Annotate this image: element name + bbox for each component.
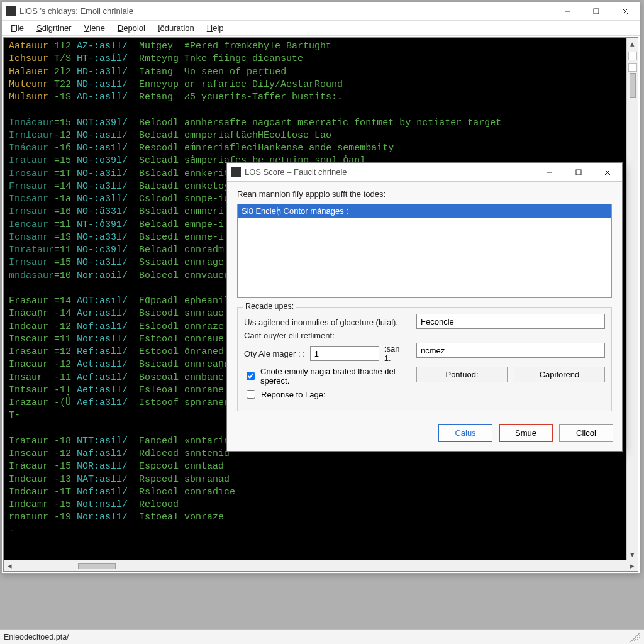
clicol-button[interactable]: Clicol [559,424,613,442]
menu-iōduration[interactable]: Iōduration [153,22,199,34]
close-button[interactable] [611,2,640,20]
capiforend-button[interactable]: Capiforend [514,367,605,382]
checkbox-emoily-label: Cnote emoily nagia brated lhache del spe… [260,367,408,386]
maximize-button[interactable] [582,2,611,20]
pontuod-button[interactable]: Pontuod: [416,367,508,382]
checkbox-reponse-input[interactable] [247,390,255,399]
scroll-mark [628,63,637,72]
checkbox-emoily[interactable]: Cnote emoily nagia brated lhache del spe… [244,367,408,386]
horizontal-scrollbar[interactable]: ◂ ▸ [4,560,638,571]
ncmez-input[interactable] [416,343,605,358]
dialog-title: LOS Score – Fauclt chrinele [245,167,535,177]
svg-rect-5 [576,170,581,175]
menu-vlene[interactable]: Vlene [79,22,110,34]
checkbox-reponse[interactable]: Reponse to Ŀage: [244,388,408,401]
dialog-close-button[interactable] [593,163,622,181]
menu-help[interactable]: Help [202,22,229,34]
vertical-scrollbar[interactable]: ▴ ▾ [626,38,638,560]
list-item[interactable]: Si8 Encieḥ Contor mánages : [238,204,611,218]
minimize-button[interactable] [553,2,582,20]
menu-file[interactable]: File [6,22,29,34]
scroll-thumb[interactable] [630,73,636,98]
scroll-right-icon[interactable]: ▸ [626,560,638,571]
menu-sdigrtiner[interactable]: Sdigrtiner [31,22,77,34]
san-label: :san 1. [384,344,408,363]
dialog-titlebar[interactable]: LOS Score – Fauclt chrinele [227,163,622,182]
app-icon [6,6,16,16]
dialog-window: LOS Score – Fauclt chrinele Rean mannion… [226,162,623,452]
app-icon [231,167,241,177]
dialog-minimize-button[interactable] [535,163,564,181]
scroll-down-icon[interactable]: ▾ [627,548,638,560]
feconcle-input[interactable] [416,314,605,329]
group-title: Recade upes: [243,302,296,311]
smue-button[interactable]: Smue [499,424,553,442]
oty-input[interactable] [310,346,379,361]
main-window-title: LlOS 's chidays: Emoil chriniale [19,6,553,16]
checkbox-emoily-input[interactable] [247,372,255,380]
checkbox-reponse-label: Reponse to Ŀage: [261,390,326,399]
menu-depoiol[interactable]: Depoiol [113,22,150,34]
svg-rect-1 [594,9,599,14]
statusbar-path: Enleodecltoed.pta/ [4,633,69,641]
menubar: FileSdigrtinerVleneDepoiolIōdurationHelp [2,21,640,36]
dialog-prompt: Rean mannion flîy appplo sufft the todes… [237,189,612,199]
resize-grip-icon[interactable] [630,632,640,642]
options-group: Recade upes: U/s agilened inonnulies of … [237,307,612,411]
dialog-maximize-button[interactable] [564,163,593,181]
scroll-left-icon[interactable]: ◂ [4,560,15,571]
scroll-up-icon[interactable]: ▴ [627,38,638,49]
main-titlebar[interactable]: LlOS 's chidays: Emoil chriniale [2,2,640,21]
caius-button[interactable]: Caius [438,424,492,442]
target-listbox[interactable]: Si8 Encieḥ Contor mánages : [237,204,612,298]
desc-label-2: Cant ouy/er elil retliment: [244,331,408,340]
desc-label-1: U/s agilened inonnulies of gloceture (lu… [244,318,408,327]
scroll-thumb-h[interactable] [78,563,116,569]
scroll-mark [628,52,637,60]
statusbar: Enleodecltoed.pta/ [0,629,644,644]
oty-label: Oty Ale mager : : [244,349,305,358]
